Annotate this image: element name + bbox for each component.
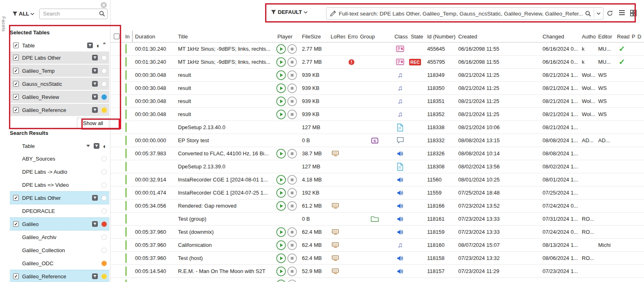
list-view-icon[interactable] (619, 10, 626, 17)
contrast-toggle-icon[interactable]: ◐ (97, 43, 100, 49)
search-result-item[interactable]: DPE Labs Other (10, 191, 109, 204)
play-button[interactable] (276, 110, 286, 119)
play-button[interactable] (276, 280, 286, 282)
stop-button[interactable] (287, 57, 297, 67)
table-row[interactable]: DpeSetup 2.13.40.0127 MB11833808/21/2024… (110, 121, 644, 134)
selected-table-item[interactable]: Gauss_ncsStatic (10, 78, 109, 91)
table-row[interactable]: 00:00:30.048result939 KB♫11835208/21/202… (110, 108, 644, 121)
column-header-editor[interactable]: Editor (596, 31, 615, 42)
play-button[interactable] (276, 96, 286, 106)
item-checkbox[interactable] (13, 68, 19, 74)
filter-preset-dropdown[interactable]: DEFAULT (271, 9, 308, 15)
search-result-item[interactable]: DPEORACLE (10, 204, 109, 217)
select-all-checkbox[interactable] (114, 34, 119, 39)
table-row[interactable]: 00:05:37.960Californication62.4 MB♫11816… (110, 239, 644, 252)
column-header-created[interactable]: Created (456, 31, 540, 42)
facet-search-input[interactable] (39, 9, 108, 19)
selected-tables-header-row[interactable]: Table ◐ (10, 39, 109, 51)
stop-button[interactable] (287, 266, 297, 276)
play-button[interactable] (276, 253, 286, 263)
grid-view-icon[interactable] (630, 10, 637, 17)
play-button[interactable] (276, 266, 286, 276)
search-results-header-row[interactable]: Table ◐ (10, 140, 109, 152)
stop-button[interactable] (287, 253, 297, 263)
selected-table-item[interactable]: Galileo_Review (10, 91, 109, 104)
table-filter-icon[interactable] (87, 42, 93, 49)
play-button[interactable] (276, 201, 286, 211)
search-options-chevron-icon[interactable] (597, 12, 601, 15)
play-button[interactable] (276, 70, 286, 80)
selected-table-item[interactable]: Galileo_Temp (10, 65, 109, 78)
stop-button[interactable] (287, 201, 297, 211)
column-header-filesize[interactable]: FileSize (299, 31, 328, 42)
table-row[interactable]: 00:05:34.056Rendered: Gap removed61.2 MB… (110, 199, 644, 213)
search-result-item[interactable]: Galileo (10, 217, 109, 231)
stop-button[interactable] (287, 110, 297, 119)
edit-icon[interactable] (330, 10, 336, 17)
column-header-error[interactable]: Error (345, 31, 358, 42)
search-result-item[interactable]: Galileo_Collection (10, 244, 109, 257)
search-result-item[interactable]: DPE Labs -> Audio (10, 165, 109, 178)
search-result-item[interactable]: ABY_Sources (10, 152, 109, 165)
selected-table-item[interactable]: DPE Labs Other (10, 51, 109, 65)
column-header-duration[interactable]: Duration (133, 31, 176, 42)
selected-table-item[interactable]: Galileo_Reference (10, 104, 109, 117)
column-header-id[interactable]: Id (Number) (425, 31, 456, 42)
table-row[interactable]: 00:00:32.914InstaRecorder CGE 1 [2024-08… (110, 173, 644, 186)
table-row[interactable]: 00:01:30.240MT 1kHz Sinus; -9dBFS; links… (110, 43, 644, 56)
table-filter-icon[interactable] (92, 81, 98, 87)
scope-dropdown[interactable]: ALL (12, 11, 34, 17)
column-header-group[interactable]: Group (358, 31, 392, 42)
table-row[interactable] (110, 278, 644, 282)
item-checkbox[interactable] (13, 221, 19, 227)
item-checkbox[interactable] (13, 273, 19, 279)
play-button[interactable] (276, 227, 286, 237)
column-header-title[interactable]: Title (176, 31, 275, 42)
table-filter-icon[interactable] (92, 94, 98, 100)
item-checkbox[interactable] (13, 55, 19, 60)
stop-button[interactable] (287, 227, 297, 237)
play-button[interactable] (276, 240, 286, 250)
item-checkbox[interactable] (13, 107, 19, 113)
column-header-state[interactable]: State (408, 31, 425, 42)
table-filter-icon[interactable] (92, 107, 98, 113)
table-row[interactable]: 00:00:00.000EP Story test0 BS11833208/08… (110, 134, 644, 147)
table-row[interactable]: 00:05:37.983Converted to FLAC, 44100 Hz,… (110, 147, 644, 160)
table-row[interactable]: 00:00:30.048result939 KB♫11834908/21/202… (110, 69, 644, 82)
item-checkbox[interactable] (13, 94, 19, 100)
refresh-icon[interactable] (606, 10, 614, 17)
stop-button[interactable] (287, 188, 297, 198)
column-header-class[interactable]: Class (392, 31, 408, 42)
table-filter-icon[interactable] (92, 54, 98, 61)
stop-button[interactable] (287, 280, 297, 282)
column-header-in[interactable]: In (123, 31, 133, 42)
close-icon[interactable] (100, 2, 107, 9)
table-row[interactable]: 00:00:30.048result939 KB♫11835108/21/202… (110, 95, 644, 108)
table-row[interactable]: 00:05:37.960Test (downmix)62.4 MB1181590… (110, 226, 644, 239)
play-button[interactable] (276, 188, 286, 198)
table-checkbox[interactable] (13, 43, 19, 48)
show-all-button[interactable]: Show all (77, 118, 109, 128)
contrast-toggle-icon[interactable]: ◐ (103, 143, 107, 149)
play-button[interactable] (276, 83, 286, 93)
search-result-item[interactable]: Galileo_Archiv (10, 231, 109, 244)
column-header-d[interactable]: D (635, 31, 644, 42)
column-header-changed[interactable]: Changed (540, 31, 579, 42)
search-result-item[interactable]: Galileo_ODC (10, 257, 109, 270)
stop-button[interactable] (287, 149, 297, 159)
table-row[interactable]: 00:01:30.240MT 1kHz Sinus; -9dBFS; links… (110, 56, 644, 69)
dropdown-caret-icon[interactable] (86, 145, 90, 147)
table-row[interactable]: DpeSetup 2.13.39.0127 MB11830808/02/2024… (110, 160, 644, 173)
stop-button[interactable] (287, 175, 297, 185)
search-result-item[interactable]: Galileo_Reference (10, 270, 109, 282)
table-row[interactable]: 00:05:14.540R.E.M. - Man On The Moon wit… (110, 265, 644, 278)
column-header-sel[interactable] (110, 31, 123, 42)
play-button[interactable] (276, 175, 286, 185)
table-filter-icon[interactable] (92, 273, 98, 280)
stop-button[interactable] (287, 240, 297, 250)
table-row[interactable]: 00:05:37.960Test (host)62.4 MB11815807/2… (110, 252, 644, 265)
facets-tab-label[interactable]: Facets (1, 16, 6, 32)
table-row[interactable]: 00:00:01.474InstaRecorder CGE 1 [2024-07… (110, 186, 644, 199)
table-filter-icon[interactable] (92, 221, 98, 227)
stop-button[interactable] (287, 70, 297, 80)
